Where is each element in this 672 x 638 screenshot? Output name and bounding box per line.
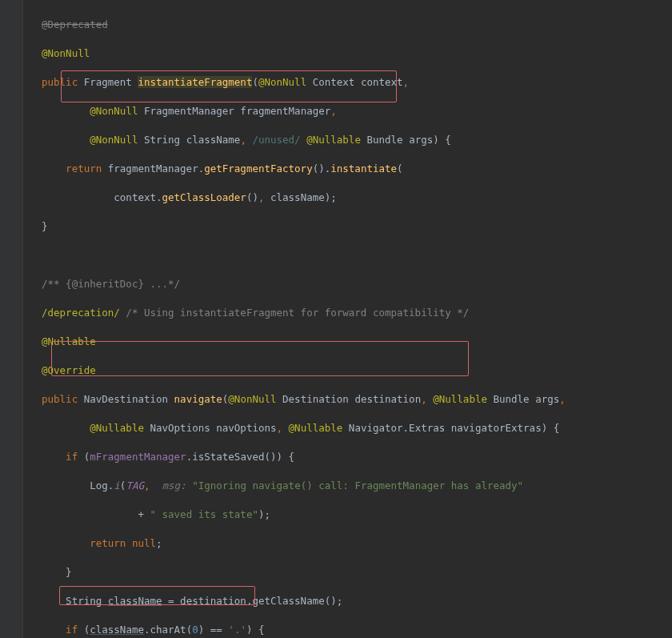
javadoc: /** {@inheritDoc} ...*/: [42, 278, 180, 290]
code-area[interactable]: @Deprecated @NonNull public Fragment ins…: [22, 0, 672, 638]
ann-nullable: @Nullable: [42, 335, 96, 347]
kw: public: [42, 393, 78, 405]
txt: ) ==: [198, 624, 229, 636]
ann: @NonNull: [90, 134, 138, 146]
param: NavOptions navOptions: [144, 422, 277, 434]
gutter: [0, 0, 23, 638]
field: mFragmentManager: [90, 451, 186, 463]
kw-return: return: [66, 163, 102, 175]
sp: [42, 249, 48, 261]
ann: @NonNull: [228, 393, 276, 405]
kw: return null: [90, 537, 156, 549]
txt: (: [78, 624, 90, 636]
txt: context.: [114, 191, 162, 203]
brace: }: [66, 566, 72, 578]
annotation-deprecated: @Deprecated: [42, 18, 108, 30]
txt: (: [78, 451, 90, 463]
method-navigate: navigate: [174, 393, 222, 405]
txt: +: [138, 508, 150, 520]
txt: = destination.getClassName();: [162, 595, 343, 607]
ann: @Nullable: [306, 134, 361, 146]
param: Bundle args: [487, 393, 559, 405]
type: NavDestination: [78, 393, 174, 405]
kw-if: if: [66, 624, 78, 636]
paren: (: [252, 76, 258, 88]
param: Bundle args) {: [361, 134, 451, 146]
str: " saved its state": [150, 508, 258, 520]
log-i: i: [114, 480, 120, 492]
type: String: [66, 595, 108, 607]
kw-if: if: [66, 451, 78, 463]
param: String className: [138, 134, 240, 146]
txt: .isStateSaved()) {: [186, 451, 294, 463]
txt: className: [270, 191, 325, 203]
var: className: [108, 595, 162, 607]
txt: .charAt(: [144, 624, 192, 636]
keyword-public: public: [42, 76, 78, 88]
param: Navigator.Extras navigatorExtras) {: [342, 422, 559, 434]
unused-hint: /unused/: [252, 134, 300, 146]
param: FragmentManager fragmentManager: [138, 105, 330, 117]
str: "Ignoring navigate() call: FragmentManag…: [186, 480, 523, 492]
param-hint: msg:: [156, 480, 186, 492]
call: getClassLoader: [162, 191, 246, 203]
const-tag: TAG: [126, 480, 144, 492]
chr: '.': [228, 624, 246, 636]
ann: @Nullable: [433, 393, 487, 405]
param: Destination destination: [277, 393, 422, 405]
txt: (): [246, 191, 258, 203]
txt: Log.: [90, 480, 114, 492]
ann: @NonNull: [258, 76, 306, 88]
ann: @Nullable: [90, 422, 144, 434]
txt: ().: [313, 163, 331, 175]
txt: );: [258, 508, 270, 520]
method-instantiate: instantiateFragment: [138, 76, 252, 88]
txt: (: [397, 163, 403, 175]
param: Context context: [306, 76, 402, 88]
txt: ) {: [246, 624, 265, 636]
cmt: /* Using instantiateFragment for forward…: [120, 307, 470, 319]
var: className: [90, 624, 144, 636]
txt: );: [325, 191, 337, 203]
ann-override: @Override: [42, 364, 96, 376]
call: instantiate: [330, 163, 397, 175]
call: getFragmentFactory: [204, 163, 312, 175]
annotation-nonnull: @NonNull: [42, 47, 90, 59]
type-fragment: Fragment: [78, 76, 138, 88]
txt: fragmentManager.: [102, 163, 204, 175]
brace: }: [42, 220, 48, 232]
suppress: /deprecation/: [42, 307, 120, 319]
ann: @Nullable: [289, 422, 343, 434]
ann: @NonNull: [90, 105, 138, 117]
txt: ;: [156, 537, 162, 549]
num: 0: [192, 624, 198, 636]
